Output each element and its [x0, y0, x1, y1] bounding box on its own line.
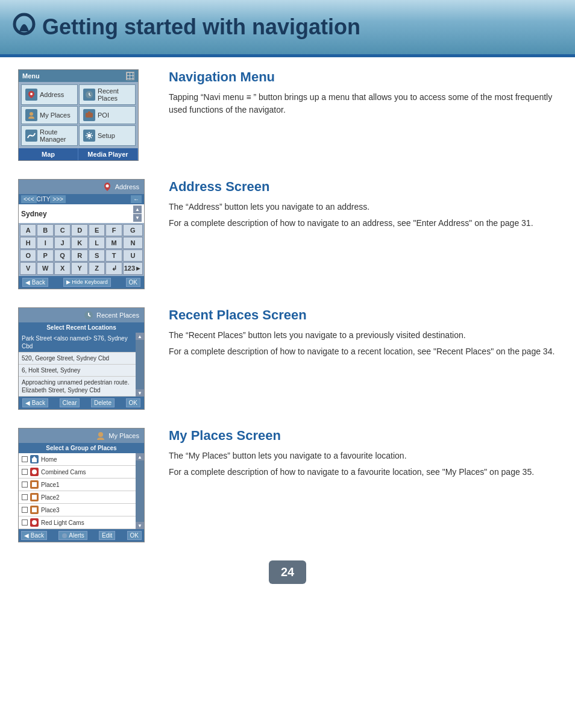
key-Q[interactable]: Q — [54, 249, 71, 262]
key-G[interactable]: G — [123, 224, 143, 236]
key-P[interactable]: P — [37, 249, 53, 262]
key-L[interactable]: L — [89, 237, 105, 249]
recent-item-2[interactable]: 6, Holt Street, Sydney — [19, 365, 136, 377]
nav-menu-title: Menu — [22, 72, 40, 80]
key-S[interactable]: S — [89, 249, 105, 262]
key-D[interactable]: D — [71, 224, 87, 236]
addr-city-bar: <<< CITY >>> ← — [19, 194, 144, 204]
recent-places-screen-image: Recent Places Select Recent Locations Pa… — [18, 307, 151, 410]
menu-cell-setup[interactable]: Setup — [79, 125, 136, 146]
key-B[interactable]: B — [37, 224, 53, 236]
myplaces-label-place3: Place3 — [41, 507, 60, 513]
recent-item-0[interactable]: Park Street <also named> S76, Sydney Cbd — [19, 333, 136, 353]
menu-cell-recent-places[interactable]: Recent Places — [79, 84, 136, 105]
recent-places-screen-icon — [83, 310, 94, 321]
addr-input-row: Sydney ▲ ▼ — [19, 204, 144, 223]
recent-places-text: Recent Places Screen The “Recent Places”… — [169, 307, 557, 358]
address-icon — [25, 89, 37, 101]
svg-rect-11 — [32, 495, 37, 500]
addr-keyboard: A B C D E F G H I J K L M N O P Q — [19, 223, 144, 276]
media-player-button[interactable]: Media Player — [78, 148, 138, 160]
myplaces-item-combined-cams[interactable]: Combined Cams — [19, 466, 136, 479]
myplaces-edit-btn[interactable]: Edit — [99, 531, 115, 540]
myplaces-item-red-light-cams[interactable]: Red Light Cams — [19, 516, 136, 529]
recent-scroll-down[interactable]: ▼ — [136, 389, 144, 397]
scroll-up-btn[interactable]: ▲ — [133, 206, 142, 213]
myplaces-label-combined-cams: Combined Cams — [41, 469, 86, 475]
recent-item-3[interactable]: Approaching unnamed pedestrian route. El… — [19, 377, 136, 397]
header-icon — [12, 12, 42, 42]
recent-ok-btn[interactable]: OK — [126, 398, 140, 407]
menu-cell-address[interactable]: Address — [21, 84, 78, 105]
key-U[interactable]: U — [123, 249, 143, 262]
recent-delete-btn[interactable]: Delete — [91, 398, 115, 407]
svg-point-3 — [30, 112, 33, 116]
myplaces-scroll-up[interactable]: ▲ — [136, 453, 144, 460]
addr-keyboard-btn[interactable]: ▶ Hide Keyboard — [63, 278, 111, 287]
svg-rect-10 — [32, 482, 37, 487]
key-K[interactable]: K — [71, 237, 87, 249]
key-Z[interactable]: Z — [89, 262, 105, 275]
myplaces-checkbox-red-light-cams[interactable] — [22, 519, 28, 526]
myplaces-list: Home Combined Cams — [19, 453, 136, 529]
svg-rect-4 — [86, 113, 93, 118]
myplaces-scroll-down[interactable]: ▼ — [136, 522, 144, 529]
key-space[interactable]: ↲ — [105, 262, 122, 275]
key-X[interactable]: X — [54, 262, 71, 275]
backspace-key[interactable]: ← — [131, 195, 142, 203]
menu-cell-my-places[interactable]: My Places — [21, 106, 78, 124]
key-O[interactable]: O — [20, 249, 36, 262]
recent-back-btn[interactable]: ◀ Back — [22, 398, 48, 407]
myplaces-checkbox-combined-cams[interactable] — [22, 469, 28, 475]
menu-cell-route-manager[interactable]: Route Manager — [21, 125, 78, 146]
menu-cell-poi[interactable]: POI — [79, 106, 136, 124]
key-R[interactable]: R — [71, 249, 87, 262]
myplaces-back-btn[interactable]: ◀ Back — [21, 531, 47, 540]
myplaces-alerts-btn[interactable]: Alerts — [58, 531, 87, 540]
key-M[interactable]: M — [105, 237, 122, 249]
key-I[interactable]: I — [37, 237, 53, 249]
recent-scroll-up[interactable]: ▲ — [136, 333, 144, 340]
red-light-cams-icon — [30, 518, 39, 527]
key-V[interactable]: V — [20, 262, 36, 275]
key-N[interactable]: N — [123, 237, 143, 249]
addr-ok-btn[interactable]: OK — [126, 278, 140, 287]
map-button[interactable]: Map — [19, 148, 78, 160]
key-123[interactable]: 123► — [123, 262, 143, 275]
key-Y[interactable]: Y — [71, 262, 87, 275]
menu-cell-route-label: Route Manager — [40, 128, 74, 143]
key-T[interactable]: T — [105, 249, 122, 262]
key-H[interactable]: H — [20, 237, 36, 249]
recent-screen-label: Recent Places — [96, 312, 139, 319]
myplaces-scroll-thumb — [136, 460, 144, 522]
key-W[interactable]: W — [37, 262, 53, 275]
navigation-menu-heading: Navigation Menu — [169, 69, 557, 85]
key-E[interactable]: E — [89, 224, 105, 236]
scroll-down-btn[interactable]: ▼ — [133, 214, 142, 222]
key-J[interactable]: J — [54, 237, 71, 249]
navigation-menu-body: Tapping “Navi menu ≡ ” button brings up … — [169, 91, 557, 116]
myplaces-checkbox-place2[interactable] — [22, 494, 28, 500]
myplaces-checkbox-place3[interactable] — [22, 507, 28, 513]
recent-item-1[interactable]: 520, George Street, Sydney Cbd — [19, 353, 136, 365]
addr-back-btn[interactable]: ◀ Back — [22, 278, 48, 287]
myplaces-item-place3[interactable]: Place3 — [19, 504, 136, 516]
key-A[interactable]: A — [20, 224, 36, 236]
myplaces-label-place2: Place2 — [41, 494, 60, 501]
svg-rect-12 — [32, 507, 37, 512]
city-next-btn[interactable]: >>> — [50, 195, 66, 203]
key-F[interactable]: F — [105, 224, 122, 236]
key-C[interactable]: C — [54, 224, 71, 236]
myplaces-label-place1: Place1 — [41, 482, 60, 488]
myplaces-checkbox-place1[interactable] — [22, 482, 28, 488]
recent-clear-btn[interactable]: Clear — [60, 398, 80, 407]
myplaces-item-home[interactable]: Home — [19, 453, 136, 466]
city-prev-btn[interactable]: <<< — [21, 195, 37, 203]
myplaces-item-place1[interactable]: Place1 — [19, 479, 136, 491]
myplaces-ok-btn[interactable]: OK — [127, 531, 142, 540]
main-content: Menu Address Recent Places — [0, 57, 575, 602]
setup-icon — [83, 130, 95, 142]
myplaces-checkbox-home[interactable] — [22, 456, 28, 462]
myplaces-item-place2[interactable]: Place2 — [19, 491, 136, 504]
recent-places-screen: Recent Places Select Recent Locations Pa… — [18, 307, 145, 410]
